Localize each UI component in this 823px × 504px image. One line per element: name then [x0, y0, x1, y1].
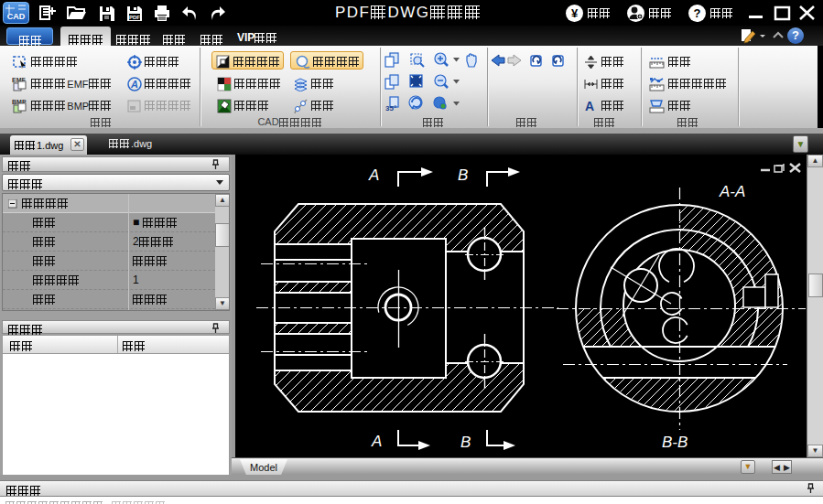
svg-text:A: A	[585, 99, 594, 113]
svg-text:B: B	[458, 166, 468, 184]
svg-text:A: A	[130, 79, 138, 90]
svg-text:PDF: PDF	[129, 15, 140, 20]
svg-text:B-B: B-B	[662, 434, 688, 451]
svg-text:35°: 35°	[385, 104, 396, 113]
svg-text:A: A	[368, 166, 379, 184]
svg-text:A-A: A-A	[719, 183, 745, 200]
svg-text:B: B	[460, 434, 471, 451]
svg-text:A: A	[371, 433, 382, 450]
